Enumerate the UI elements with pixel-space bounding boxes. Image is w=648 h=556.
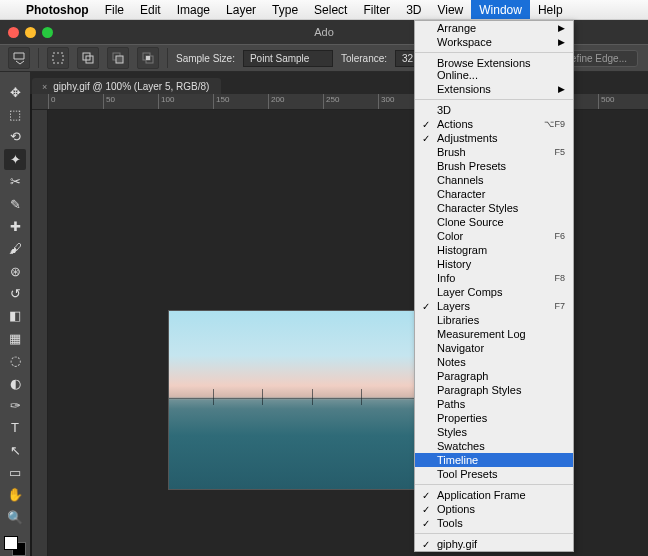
menu-item-history[interactable]: History — [415, 257, 573, 271]
window-controls — [8, 27, 53, 38]
svg-rect-0 — [53, 53, 63, 63]
selection-add-icon[interactable] — [77, 47, 99, 69]
menu-item-arrange[interactable]: Arrange▶ — [415, 21, 573, 35]
menu-item-brush-presets[interactable]: Brush Presets — [415, 159, 573, 173]
menu-item-notes[interactable]: Notes — [415, 355, 573, 369]
zoom-tool[interactable]: 🔍 — [4, 507, 26, 527]
menu-type[interactable]: Type — [264, 0, 306, 19]
menu-item-swatches[interactable]: Swatches — [415, 439, 573, 453]
menu-shortcut: F5 — [554, 147, 565, 157]
mac-menubar: PhotoshopFileEditImageLayerTypeSelectFil… — [0, 0, 648, 20]
menu-item-measurement-log[interactable]: Measurement Log — [415, 327, 573, 341]
close-tab-icon[interactable]: × — [42, 82, 47, 92]
menu-item-layers[interactable]: ✓LayersF7 — [415, 299, 573, 313]
menu-help[interactable]: Help — [530, 0, 571, 19]
color-swatches[interactable] — [4, 536, 26, 556]
ruler-tick: 300 — [378, 94, 394, 109]
menu-item-color[interactable]: ColorF6 — [415, 229, 573, 243]
eraser-tool[interactable]: ◧ — [4, 306, 26, 326]
close-window-button[interactable] — [8, 27, 19, 38]
tool-preset-icon[interactable] — [8, 47, 30, 69]
menu-item-giphy-gif[interactable]: ✓giphy.gif — [415, 537, 573, 551]
menu-3d[interactable]: 3D — [398, 0, 429, 19]
selection-new-icon[interactable] — [47, 47, 69, 69]
menu-item-clone-source[interactable]: Clone Source — [415, 215, 573, 229]
brush-tool[interactable]: 🖌 — [4, 239, 26, 259]
menu-item-layer-comps[interactable]: Layer Comps — [415, 285, 573, 299]
crop-tool[interactable]: ✂ — [4, 172, 26, 192]
move-tool[interactable]: ✥ — [4, 82, 26, 102]
type-tool[interactable]: T — [4, 418, 26, 438]
selection-subtract-icon[interactable] — [107, 47, 129, 69]
minimize-window-button[interactable] — [25, 27, 36, 38]
menu-item-navigator[interactable]: Navigator — [415, 341, 573, 355]
document-tab[interactable]: × giphy.gif @ 100% (Layer 5, RGB/8) — [32, 78, 221, 94]
menu-item-workspace[interactable]: Workspace▶ — [415, 35, 573, 49]
menu-shortcut: ⌥F9 — [544, 119, 565, 129]
menu-item-label: Browse Extensions Online... — [437, 57, 565, 81]
menu-item-tool-presets[interactable]: Tool Presets — [415, 467, 573, 481]
dodge-tool[interactable]: ◐ — [4, 373, 26, 393]
menu-item-label: Channels — [437, 174, 483, 186]
rect-marquee-tool[interactable]: ⬚ — [4, 104, 26, 124]
menu-item-brush[interactable]: BrushF5 — [415, 145, 573, 159]
lasso-tool[interactable]: ⟲ — [4, 127, 26, 147]
menu-view[interactable]: View — [429, 0, 471, 19]
menu-item-libraries[interactable]: Libraries — [415, 313, 573, 327]
eyedropper-tool[interactable]: ✎ — [4, 194, 26, 214]
menu-item-label: Properties — [437, 412, 487, 424]
menu-item-channels[interactable]: Channels — [415, 173, 573, 187]
menu-item-tools[interactable]: ✓Tools — [415, 516, 573, 530]
menu-item-paragraph-styles[interactable]: Paragraph Styles — [415, 383, 573, 397]
menu-shortcut: F8 — [554, 273, 565, 283]
history-brush-tool[interactable]: ↺ — [4, 283, 26, 303]
menu-item-actions[interactable]: ✓Actions⌥F9 — [415, 117, 573, 131]
rectangle-tool[interactable]: ▭ — [4, 462, 26, 482]
menu-item-application-frame[interactable]: ✓Application Frame — [415, 488, 573, 502]
ruler-vertical[interactable] — [32, 110, 48, 556]
menu-item-label: Info — [437, 272, 455, 284]
menu-item-label: Paragraph — [437, 370, 488, 382]
zoom-window-button[interactable] — [42, 27, 53, 38]
menu-window[interactable]: Window — [471, 0, 530, 19]
menu-item-3d[interactable]: 3D — [415, 103, 573, 117]
menu-select[interactable]: Select — [306, 0, 355, 19]
menu-image[interactable]: Image — [169, 0, 218, 19]
menu-item-label: Options — [437, 503, 475, 515]
clone-tool[interactable]: ⊛ — [4, 261, 26, 281]
menu-item-adjustments[interactable]: ✓Adjustments — [415, 131, 573, 145]
hand-tool[interactable]: ✋ — [4, 485, 26, 505]
menu-item-histogram[interactable]: Histogram — [415, 243, 573, 257]
menu-item-extensions[interactable]: Extensions▶ — [415, 82, 573, 96]
menu-edit[interactable]: Edit — [132, 0, 169, 19]
menu-item-label: Adjustments — [437, 132, 498, 144]
menu-item-info[interactable]: InfoF8 — [415, 271, 573, 285]
ruler-tick: 500 — [598, 94, 614, 109]
pen-tool[interactable]: ✑ — [4, 395, 26, 415]
menu-item-label: Clone Source — [437, 216, 504, 228]
menu-photoshop[interactable]: Photoshop — [18, 0, 97, 19]
heal-tool[interactable]: ✚ — [4, 216, 26, 236]
selection-intersect-icon[interactable] — [137, 47, 159, 69]
blur-tool[interactable]: ◌ — [4, 351, 26, 371]
path-select-tool[interactable]: ↖ — [4, 440, 26, 460]
menu-item-browse-extensions-online-[interactable]: Browse Extensions Online... — [415, 56, 573, 82]
menu-item-styles[interactable]: Styles — [415, 425, 573, 439]
menu-item-paragraph[interactable]: Paragraph — [415, 369, 573, 383]
svg-rect-7 — [146, 56, 150, 60]
menu-filter[interactable]: Filter — [355, 0, 398, 19]
magic-wand-tool[interactable]: ✦ — [4, 149, 26, 169]
menu-item-label: Color — [437, 230, 463, 242]
menu-item-paths[interactable]: Paths — [415, 397, 573, 411]
menu-item-character[interactable]: Character — [415, 187, 573, 201]
sample-size-select[interactable]: Point Sample — [243, 50, 333, 67]
menu-file[interactable]: File — [97, 0, 132, 19]
document-image[interactable] — [168, 310, 416, 490]
menu-item-character-styles[interactable]: Character Styles — [415, 201, 573, 215]
menu-layer[interactable]: Layer — [218, 0, 264, 19]
gradient-tool[interactable]: ▦ — [4, 328, 26, 348]
menu-item-timeline[interactable]: Timeline — [415, 453, 573, 467]
menu-item-options[interactable]: ✓Options — [415, 502, 573, 516]
menu-item-properties[interactable]: Properties — [415, 411, 573, 425]
menu-item-label: Extensions — [437, 83, 491, 95]
